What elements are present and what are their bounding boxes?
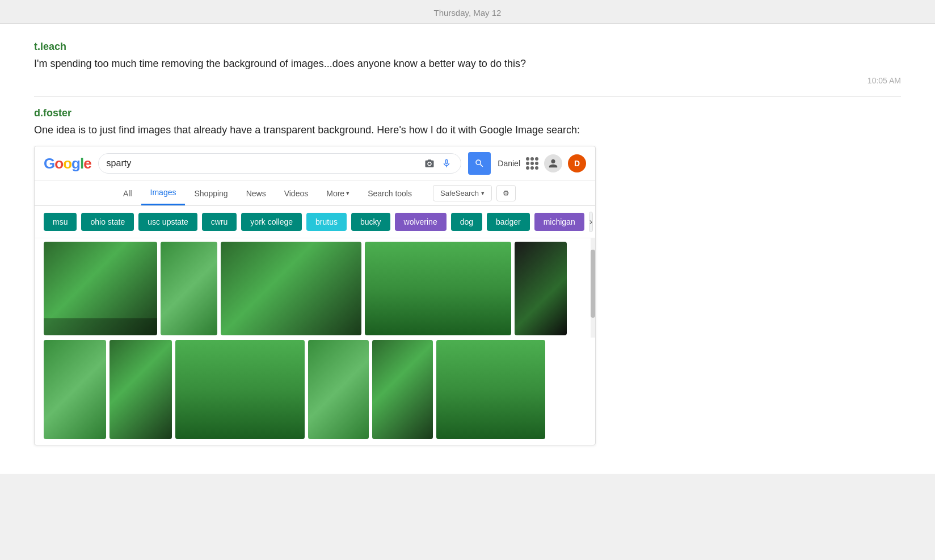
username-tleach: t.leach <box>34 41 901 53</box>
logo-g: G <box>44 155 54 172</box>
date-text: Thursday, May 12 <box>434 8 502 18</box>
google-header: Google sparty <box>35 146 595 181</box>
safe-search-button[interactable]: SafeSearch ▾ <box>433 185 492 201</box>
message-block-1: t.leach I'm spending too much time remov… <box>34 41 901 85</box>
tab-videos[interactable]: Videos <box>275 182 318 205</box>
nav-right: SafeSearch ▾ ⚙ <box>433 185 516 201</box>
image-sparty-6[interactable] <box>44 340 106 439</box>
google-logo: Google <box>44 155 91 172</box>
user-avatar[interactable]: D <box>568 154 586 172</box>
camera-icon[interactable] <box>423 157 436 170</box>
image-sparty-5[interactable] <box>515 242 567 335</box>
image-sparty-2[interactable] <box>161 242 217 335</box>
logo-o2: o <box>63 155 71 172</box>
chip-york-college[interactable]: york college <box>241 213 302 231</box>
tab-news[interactable]: News <box>237 182 275 205</box>
gear-icon: ⚙ <box>503 189 509 197</box>
tab-more[interactable]: More ▾ <box>317 182 359 205</box>
image-sparty-10[interactable] <box>372 340 433 439</box>
google-nav: All Images Shopping News Videos <box>35 181 595 206</box>
logo-e: e <box>83 155 91 172</box>
chip-dog[interactable]: dog <box>451 213 482 231</box>
message-text-1: I'm spending too much time removing the … <box>34 56 901 71</box>
search-button[interactable] <box>468 152 491 175</box>
image-sparty-9[interactable] <box>308 340 369 439</box>
logo-o1: o <box>54 155 63 172</box>
account-icon[interactable] <box>544 154 562 172</box>
image-sparty-3[interactable] <box>221 242 361 335</box>
chip-msu[interactable]: msu <box>44 213 77 231</box>
chip-michigan[interactable]: michigan <box>534 213 584 231</box>
image-sparty-1[interactable] <box>44 242 157 335</box>
chip-wolverine[interactable]: wolverine <box>395 213 447 231</box>
chevron-down-icon: ▾ <box>346 190 349 197</box>
image-sparty-4[interactable] <box>365 242 511 335</box>
header-right: Daniel <box>498 154 586 172</box>
tab-images[interactable]: Images <box>141 181 186 205</box>
image-grid-row2 <box>35 338 595 445</box>
date-header: Thursday, May 12 <box>0 0 935 24</box>
chip-cwru[interactable]: cwru <box>202 213 237 231</box>
message-text-2: One idea is to just find images that alr… <box>34 123 901 138</box>
tab-all[interactable]: All <box>114 182 141 205</box>
chip-brutus[interactable]: brutus <box>306 213 347 231</box>
username-dfoster: d.foster <box>34 107 901 119</box>
apps-icon[interactable] <box>526 157 538 170</box>
chat-area: t.leach I'm spending too much time remov… <box>0 24 935 474</box>
message-block-2: d.foster One idea is to just find images… <box>34 107 901 445</box>
chip-usc-upstate[interactable]: usc upstate <box>138 213 197 231</box>
page-container: Thursday, May 12 t.leach I'm spending to… <box>0 0 935 560</box>
safe-search-label: SafeSearch <box>440 189 479 197</box>
timestamp-1: 10:05 AM <box>34 76 901 85</box>
mic-icon[interactable] <box>440 157 453 170</box>
image-grid-row1 <box>35 238 595 338</box>
tab-shopping[interactable]: Shopping <box>185 182 237 205</box>
logo-g2: g <box>71 155 80 172</box>
search-input[interactable]: sparty <box>107 158 419 169</box>
google-embed: Google sparty <box>34 146 596 445</box>
image-sparty-11[interactable] <box>436 340 545 439</box>
search-box[interactable]: sparty <box>98 153 462 174</box>
chip-row: msu ohio state usc upstate cwru york col… <box>35 206 595 238</box>
user-initial: D <box>574 159 580 168</box>
chip-bucky[interactable]: bucky <box>351 213 390 231</box>
scrollbar[interactable] <box>591 238 595 338</box>
image-sparty-7[interactable] <box>109 340 172 439</box>
message-divider <box>34 96 901 97</box>
settings-button[interactable]: ⚙ <box>496 185 516 201</box>
image-sparty-8[interactable] <box>175 340 305 439</box>
chip-ohio-state[interactable]: ohio state <box>81 213 134 231</box>
next-chips-button[interactable]: › <box>589 212 593 232</box>
chip-badger[interactable]: badger <box>487 213 530 231</box>
scrollbar-thumb[interactable] <box>591 250 595 318</box>
safe-search-chevron: ▾ <box>481 190 485 197</box>
user-name: Daniel <box>498 159 520 168</box>
search-tools-tab[interactable]: Search tools <box>359 182 421 205</box>
